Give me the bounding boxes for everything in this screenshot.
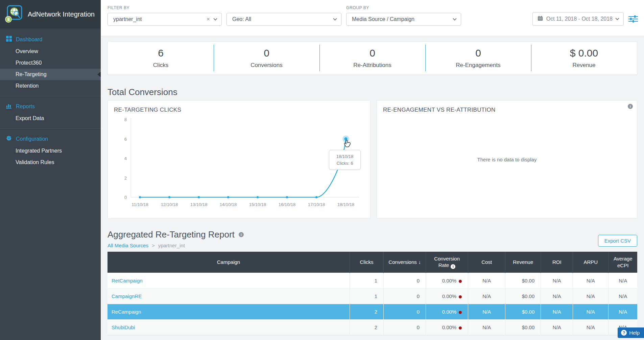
breadcrumb-all-media-sources[interactable]: All Media Sources <box>108 243 148 248</box>
table-row[interactable]: RetCampaign 1 0 0.00% N/A $0.00 N/A N/A … <box>108 273 637 288</box>
help-label: Help <box>629 330 640 336</box>
kpi-value: 0 <box>425 47 531 59</box>
cell-arpu: N/A <box>573 319 609 335</box>
cell-conversion-rate: 0.00% <box>426 288 468 304</box>
cell-revenue: $0.00 <box>505 288 541 304</box>
chevron-down-icon <box>213 17 217 20</box>
col-roi[interactable]: ROI <box>541 252 573 273</box>
svg-text:18/10/18: 18/10/18 <box>337 202 355 207</box>
cell-clicks: 2 <box>350 304 383 319</box>
rate-value: 0.00% <box>442 309 457 315</box>
campaign-link[interactable]: ReCampaign <box>112 309 141 315</box>
svg-text:16/10/18: 16/10/18 <box>279 202 296 207</box>
cell-cost: N/A <box>468 304 505 319</box>
kpi-value: $ 0.00 <box>531 47 637 59</box>
chart-title: RE-TARGETING CLICKS <box>114 107 364 113</box>
svg-text:4: 4 <box>124 156 127 161</box>
sidebar-item-retention[interactable]: Retention <box>0 80 101 92</box>
info-icon[interactable]: i <box>628 104 633 109</box>
gear-icon <box>6 135 12 142</box>
cell-cost: N/A <box>468 319 505 335</box>
filter-value: ypartner_int <box>113 16 204 22</box>
retargeting-clicks-panel: RE-TARGETING CLICKS 0246811/10/1812/10/1… <box>108 100 371 219</box>
help-button[interactable]: ? Help <box>618 327 644 338</box>
cell-cost: N/A <box>468 273 505 288</box>
section-title: Total Conversions <box>108 87 637 97</box>
app-title: AdNetwork Integration T... <box>28 10 96 18</box>
col-conversions[interactable]: Conversions↓ <box>384 252 426 273</box>
sidebar-nav: Dashboard Overview Protect360 Re-Targeti… <box>0 28 101 168</box>
main-area: FILTER BY ypartner_int × Geo: All GROUP … <box>101 0 644 340</box>
app-logo-icon <box>5 4 23 24</box>
kpi-revenue: $ 0.00 Revenue <box>531 42 637 74</box>
sort-desc-icon: ↓ <box>419 259 421 265</box>
sidebar-section-dashboard[interactable]: Dashboard <box>0 33 101 46</box>
kpi-value: 0 <box>214 47 319 59</box>
sidebar-item-validation-rules[interactable]: Validation Rules <box>0 157 101 168</box>
cell-avg-ecpi: N/A <box>609 304 637 319</box>
advanced-filters-button[interactable] <box>628 15 638 24</box>
col-label: Conversion Rate <box>434 256 460 268</box>
report-title: Aggregated Re-Targeting Report <box>108 229 235 240</box>
sidebar-item-re-targeting[interactable]: Re-Targeting <box>0 69 101 80</box>
cell-roi: N/A <box>541 304 573 319</box>
chevron-down-icon <box>333 17 337 20</box>
col-campaign[interactable]: Campaign <box>108 252 350 273</box>
sidebar: AdNetwork Integration T... Dashboard Ove… <box>0 0 101 340</box>
sidebar-item-integrated-partners[interactable]: Integrated Partners <box>0 145 101 157</box>
geo-select[interactable]: Geo: All <box>226 13 341 26</box>
campaign-link[interactable]: ShubiDubi <box>112 324 135 330</box>
active-item-arrow-icon <box>97 72 101 77</box>
filter-by-field: FILTER BY ypartner_int × Geo: All <box>108 5 341 36</box>
table-row[interactable]: CampaignRE 1 0 0.00% N/A $0.00 N/A N/A N… <box>108 288 637 304</box>
sidebar-item-protect360[interactable]: Protect360 <box>0 57 101 69</box>
group-by-field: GROUP BY Media Source / Campaign <box>346 5 461 36</box>
col-conversion-rate[interactable]: Conversion Ratei <box>426 252 468 273</box>
dashboard-content: 6 Clicks 0 Conversions 0 Re-Attributions… <box>101 36 644 340</box>
media-source-filter-input[interactable]: ypartner_int × <box>108 13 222 26</box>
sidebar-section-label: Configuration <box>16 136 48 142</box>
re-engagement-vs-re-attribution-panel: RE-ENGAGEMENT VS RE-ATTRIBUTION i There … <box>377 100 637 219</box>
cell-conversions: 0 <box>384 319 426 335</box>
clear-filter-icon[interactable]: × <box>207 16 210 23</box>
col-average-ecpi[interactable]: Average eCPI <box>609 252 637 273</box>
sidebar-item-overview[interactable]: Overview <box>0 46 101 57</box>
kpi-value: 0 <box>319 47 425 59</box>
svg-text:11/10/18: 11/10/18 <box>132 202 148 207</box>
sidebar-section-configuration[interactable]: Configuration <box>0 133 101 145</box>
campaign-link[interactable]: RetCampaign <box>112 278 143 284</box>
cell-conversion-rate: 0.00% <box>426 273 468 288</box>
cell-conversions: 0 <box>384 273 426 288</box>
sidebar-section-label: Dashboard <box>16 37 42 43</box>
sidebar-section-reports[interactable]: Reports <box>0 100 101 113</box>
cell-avg-ecpi: N/A <box>609 273 637 288</box>
chevron-down-icon <box>453 17 456 20</box>
divider <box>0 128 101 129</box>
sidebar-section-label: Reports <box>16 104 35 110</box>
kpi-label: Conversions <box>214 62 319 69</box>
col-revenue[interactable]: Revenue <box>505 252 541 273</box>
info-icon[interactable]: i <box>239 232 244 237</box>
table-row-selected[interactable]: ReCampaign 2 0 0.00% N/A $0.00 N/A N/A N… <box>108 304 637 319</box>
date-range-picker[interactable]: Oct 11, 2018 - Oct 18, 2018 <box>532 12 624 26</box>
calendar-icon <box>538 16 543 22</box>
status-dot <box>459 326 462 330</box>
table-row[interactable]: ShubiDubi 2 0 0.00% N/A $0.00 N/A N/A N/… <box>108 319 637 335</box>
svg-text:8: 8 <box>124 117 127 122</box>
info-icon[interactable]: i <box>451 264 455 269</box>
kpi-label: Revenue <box>531 62 637 69</box>
group-by-select[interactable]: Media Source / Campaign <box>346 13 461 26</box>
col-arpu[interactable]: ARPU <box>573 252 609 273</box>
campaign-link[interactable]: CampaignRE <box>112 293 142 299</box>
export-csv-button[interactable]: Export CSV <box>598 235 637 247</box>
svg-text:12/10/18: 12/10/18 <box>161 202 178 207</box>
col-cost[interactable]: Cost <box>468 252 505 273</box>
col-clicks[interactable]: Clicks <box>350 252 383 273</box>
cell-arpu: N/A <box>573 288 609 304</box>
tooltip-value: Clicks: 6 <box>331 160 359 167</box>
retargeting-clicks-chart[interactable]: 0246811/10/1812/10/1813/10/1814/10/1815/… <box>114 116 364 209</box>
sidebar-item-export-data[interactable]: Export Data <box>0 113 101 124</box>
svg-text:2: 2 <box>124 176 127 181</box>
grid-icon <box>6 36 12 43</box>
status-dot <box>459 280 462 283</box>
